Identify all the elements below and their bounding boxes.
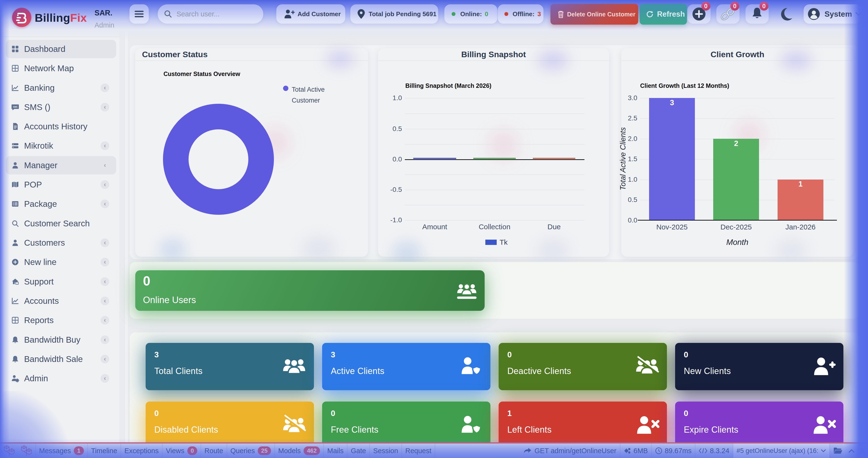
svg-text:SMS: SMS xyxy=(13,106,18,108)
